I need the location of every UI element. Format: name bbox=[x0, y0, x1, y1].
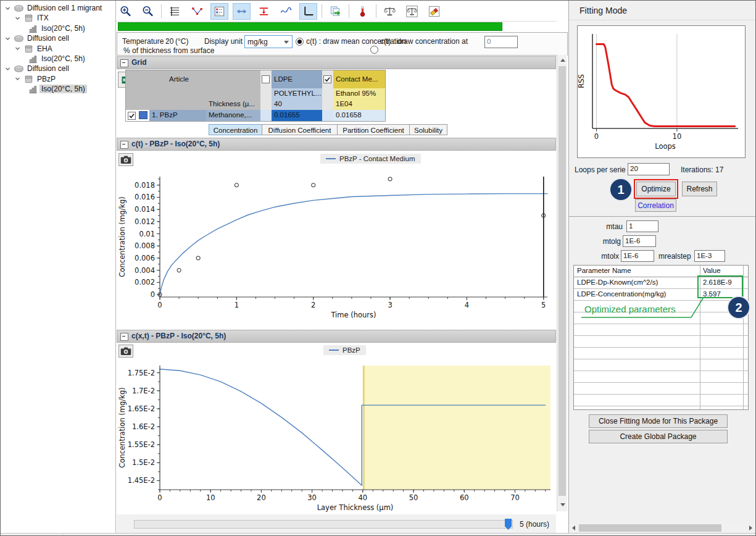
tree-item-iso-20-c-5h-[interactable]: Iso(20°C, 5h) bbox=[1, 54, 87, 64]
status-bar bbox=[1, 533, 755, 536]
vertical-scrollbar-thumb[interactable] bbox=[559, 66, 566, 496]
svg-text:Layer Thickness (µm): Layer Thickness (µm) bbox=[317, 503, 394, 512]
chevron-down-icon[interactable] bbox=[14, 15, 21, 22]
ldpe-concentration-cell[interactable]: 0.01655 bbox=[272, 110, 322, 121]
horizontal-scrollbar[interactable] bbox=[569, 524, 755, 532]
diffusion-cell-icon bbox=[14, 64, 24, 73]
parameter-table-row[interactable] bbox=[574, 336, 748, 348]
chevron-down-icon[interactable] bbox=[4, 35, 11, 42]
scroll-down-icon[interactable] bbox=[560, 503, 565, 506]
zoom-out-icon[interactable] bbox=[139, 3, 157, 20]
chevron-down-icon[interactable] bbox=[4, 65, 11, 72]
balance-box-icon[interactable] bbox=[403, 3, 421, 20]
legend-list-icon[interactable] bbox=[210, 3, 228, 20]
correlation-button[interactable]: Correlation bbox=[635, 199, 676, 212]
svg-text:2: 2 bbox=[311, 301, 315, 309]
tab-diffusion-coefficient[interactable]: Diffusion Coefficient bbox=[262, 124, 338, 135]
parameter-table-row[interactable] bbox=[574, 324, 748, 336]
create-global-package-button[interactable]: Create Global Package bbox=[589, 430, 728, 443]
draw-mean-concentration-radio[interactable] bbox=[296, 38, 304, 46]
tree-item-diffusion-cell[interactable]: Diffusion cell bbox=[1, 64, 71, 73]
vertical-scrollbar[interactable] bbox=[557, 55, 567, 511]
display-unit-select[interactable]: mg/kg bbox=[244, 35, 293, 48]
tree-item-pbzp[interactable]: PBzP bbox=[1, 74, 57, 84]
migrant-name-cell[interactable]: 1. PBzP bbox=[149, 110, 206, 121]
tree-item-itx[interactable]: ITX bbox=[1, 13, 51, 23]
svg-text:20: 20 bbox=[257, 493, 266, 502]
ldpe-thickness-cell[interactable]: 40 bbox=[272, 99, 322, 110]
display-unit-value: mg/kg bbox=[247, 38, 268, 46]
contact-thickness-cell[interactable]: 1E04 bbox=[333, 99, 385, 110]
tab-concentration[interactable]: Concentration bbox=[209, 124, 262, 135]
chevron-down-icon[interactable] bbox=[4, 5, 11, 12]
tree-item-iso-20-c-5h-[interactable]: Iso(20°C, 5h) bbox=[1, 84, 87, 94]
ldpe-column-header[interactable]: LDPE bbox=[272, 70, 322, 88]
tab-partition-coefficient[interactable]: Partition Coefficient bbox=[337, 124, 410, 135]
mtau-label: mtau bbox=[579, 222, 623, 231]
grid-table: Article Thickness (µ... LDPE POLYETHYL..… bbox=[125, 70, 386, 122]
fit-width-icon[interactable] bbox=[233, 3, 251, 20]
refresh-button[interactable]: Refresh bbox=[682, 182, 717, 196]
copy-chart-icon[interactable] bbox=[326, 3, 344, 20]
draw-concentration-at-radio[interactable] bbox=[370, 46, 378, 54]
parameter-table-row[interactable] bbox=[574, 383, 748, 395]
scroll-up-icon[interactable] bbox=[560, 59, 565, 62]
collapse-icon[interactable] bbox=[120, 333, 128, 341]
series-color-swatch[interactable] bbox=[139, 111, 147, 119]
close-fitting-mode-button[interactable]: Close Fitting Mode for This Package bbox=[589, 414, 728, 428]
rss-convergence-chart[interactable]: 010LoopsRSS bbox=[578, 26, 745, 157]
horizontal-scrollbar-thumb[interactable] bbox=[579, 524, 721, 532]
thickness-percent-input[interactable]: 0 bbox=[484, 36, 518, 48]
fitting-mode-title: Fitting Mode bbox=[579, 6, 627, 15]
migrant-substance-cell[interactable]: Methanone,... bbox=[206, 110, 260, 121]
mtau-input[interactable]: 1 bbox=[626, 220, 658, 232]
svg-text:40: 40 bbox=[359, 493, 368, 502]
parameter-table-row[interactable] bbox=[574, 359, 748, 371]
concentration-vs-thickness-chart[interactable]: 0102030405060701.45E-21.5E-21.55E-21.6E-… bbox=[116, 343, 556, 514]
contact-material-cell[interactable]: Ethanol 95% bbox=[333, 88, 385, 99]
step-badge-2: 2 bbox=[727, 296, 750, 319]
tab-solubility[interactable]: Solubility bbox=[409, 124, 447, 135]
collapse-icon[interactable] bbox=[120, 59, 128, 67]
ldpe-material-cell[interactable]: POLYETHYL... bbox=[272, 88, 322, 99]
chevron-down-icon[interactable] bbox=[14, 45, 21, 52]
contact-column-header[interactable]: Contact Me... bbox=[333, 70, 385, 88]
scroll-right-icon[interactable] bbox=[749, 526, 752, 530]
thermometer-icon[interactable] bbox=[354, 3, 372, 20]
axis-scale-icon[interactable] bbox=[166, 3, 184, 20]
loops-per-serie-input[interactable]: 20 bbox=[628, 163, 670, 175]
parameter-table-row[interactable] bbox=[574, 371, 748, 383]
tree-item-diffusion-cell[interactable]: Diffusion cell bbox=[1, 33, 71, 43]
mtolg-input[interactable]: 1E-6 bbox=[623, 235, 656, 247]
smooth-curve-icon[interactable] bbox=[277, 3, 295, 20]
eraser-icon[interactable] bbox=[425, 3, 443, 20]
mtolg-label: mtolg bbox=[573, 237, 621, 246]
tree-item-iso-20-c-5h-[interactable]: Iso(20°C, 5h) bbox=[1, 23, 87, 33]
parameter-table-row[interactable] bbox=[574, 348, 748, 359]
parameter-table-row[interactable] bbox=[574, 406, 748, 410]
time-slider-track[interactable] bbox=[134, 520, 513, 529]
tree-item-eha[interactable]: EHA bbox=[1, 44, 54, 54]
scroll-left-icon[interactable] bbox=[572, 526, 575, 530]
svg-text:0.014: 0.014 bbox=[135, 205, 155, 214]
svg-text:0.002: 0.002 bbox=[135, 278, 155, 287]
limits-icon[interactable] bbox=[255, 3, 273, 20]
mrealstep-input[interactable]: 1E-3 bbox=[694, 250, 725, 262]
migrant-row-checkbox[interactable] bbox=[128, 111, 136, 119]
collapse-icon[interactable] bbox=[120, 141, 128, 149]
tree-item-diffusion-cell-1-migrant[interactable]: Diffusion cell 1 migrant bbox=[1, 3, 104, 13]
parameter-table-row[interactable] bbox=[574, 395, 748, 406]
contact-column-checkbox[interactable] bbox=[323, 75, 331, 83]
chevron-down-icon[interactable] bbox=[14, 75, 21, 82]
toolbar-divider bbox=[116, 21, 557, 22]
ldpe-column-checkbox[interactable] bbox=[262, 75, 270, 83]
zoom-in-icon[interactable] bbox=[117, 3, 135, 20]
balance-icon[interactable] bbox=[381, 3, 399, 20]
mtolx-input[interactable]: 1E-6 bbox=[621, 250, 654, 262]
scatter-points-icon[interactable] bbox=[188, 3, 206, 20]
svg-text:1.5E-2: 1.5E-2 bbox=[132, 458, 155, 467]
contact-concentration-cell[interactable]: 0.01658 bbox=[333, 110, 385, 121]
concentration-vs-time-chart[interactable]: 01234500.0020.0040.0060.0080.010.0120.01… bbox=[116, 151, 556, 328]
svg-text:Concentration (mg/kg): Concentration (mg/kg) bbox=[118, 196, 127, 277]
axes-icon[interactable] bbox=[299, 3, 317, 20]
